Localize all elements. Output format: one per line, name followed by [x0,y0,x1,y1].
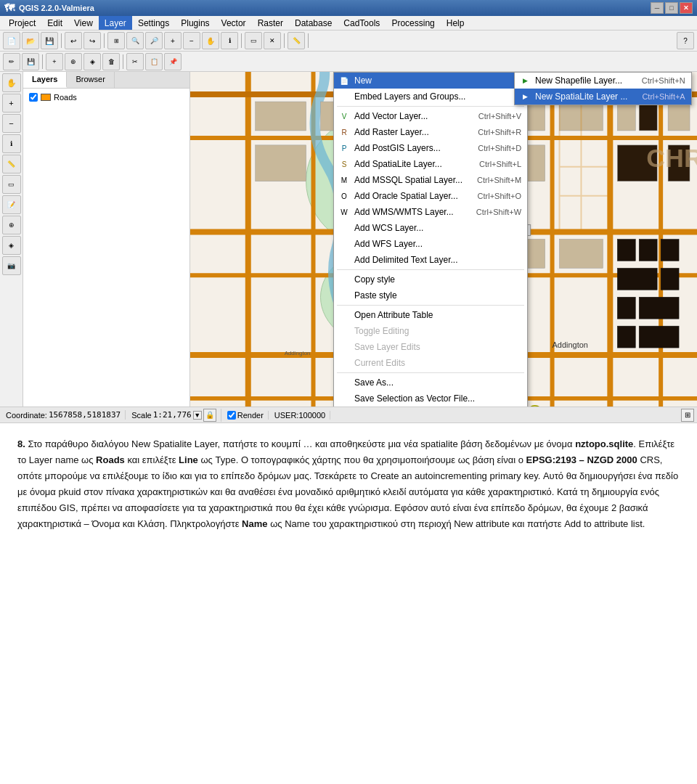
browser-tab[interactable]: Browser [67,72,114,88]
menu-entry-open-attr[interactable]: Open Attribute Table [334,307,527,323]
copy-features-btn[interactable]: 📋 [145,53,163,70]
maximize-button[interactable]: □ [665,2,678,14]
sep-3 [337,305,524,306]
move-feature-btn[interactable]: ⊕ [65,53,82,70]
render-checkbox[interactable] [227,411,236,420]
svg-rect-33 [617,102,635,131]
identify-tool[interactable]: ℹ [2,134,21,153]
menu-entry-new-spatialite[interactable]: ▶ New SpatiaLite Layer ... Ctrl+Shift+A [515,89,691,105]
layers-panel: Layers Browser Roads [23,72,190,407]
menu-entry-copy-style[interactable]: Copy style [334,271,527,287]
new-spatialite-icon: ▶ [519,91,531,102]
zoom-full-status-btn[interactable]: ⊞ [681,409,694,422]
menu-entry-add-wms[interactable]: W Add WMS/WMTS Layer... Ctrl+Shift+W [334,204,527,220]
menu-entry-paste-style[interactable]: Paste style [334,287,527,303]
map-area[interactable]: North Hagley Park Albert Lake South Hagl… [190,72,697,407]
annotate-tool[interactable]: 📝 [2,195,21,214]
menu-plugins[interactable]: Plugins [175,16,215,30]
layers-list: Roads [23,89,189,407]
layers-tab[interactable]: Layers [23,72,67,88]
zoom-out-tool[interactable]: − [2,114,21,133]
scale-dropdown[interactable]: ▼ [193,411,202,420]
sep3 [241,33,242,48]
menu-entry-save-as[interactable]: Save As... [334,375,527,391]
toggle-edit-btn[interactable]: ✏ [3,53,20,70]
scale-value: 1:21,776 [153,410,192,420]
menu-cadtools[interactable]: CadTools [338,16,386,30]
move-tool[interactable]: ⊕ [2,216,21,234]
menu-raster[interactable]: Raster [252,16,289,30]
menu-entry-add-vector[interactable]: V Add Vector Layer... Ctrl+Shift+V [334,108,527,124]
menu-entry-add-oracle[interactable]: O Add Oracle Spatial Layer... Ctrl+Shift… [334,188,527,204]
zoom-out-btn[interactable]: − [183,32,200,49]
delete-sel-btn[interactable]: 🗑 [102,53,120,70]
paste-features-btn[interactable]: 📌 [164,53,182,70]
open-btn[interactable]: 📂 [22,32,39,49]
menu-entry-add-wcs[interactable]: Add WCS Layer... [334,220,527,236]
layer-checkbox[interactable] [29,93,38,102]
measure-tool[interactable]: 📏 [2,155,21,173]
panel-tabs: Layers Browser [23,72,189,89]
menu-entry-save-selection[interactable]: Save Selection as Vector File... [334,391,527,407]
save-btn[interactable]: 💾 [41,32,58,49]
menu-entry-save-edits[interactable]: Save Layer Edits [334,339,527,355]
menu-entry-embed[interactable]: Embed Layers and Groups... [334,89,527,105]
dropdown-overlay: 📄 New ▶ Embed Layers and Groups... V Add… [333,72,528,407]
left-panel: ✋ + − ℹ 📏 ▭ 📝 ⊕ ◈ 📷 [0,72,23,407]
svg-rect-67 [617,326,635,348]
list-item[interactable]: Roads [26,91,187,103]
menu-entry-add-spatialite[interactable]: S Add SpatiaLite Layer... Ctrl+Shift+L [334,156,527,172]
layer-name-label: Roads [54,93,77,102]
svg-rect-66 [639,297,679,319]
menu-entry-add-raster[interactable]: R Add Raster Layer... Ctrl+Shift+R [334,124,527,140]
menu-entry-add-postgis[interactable]: P Add PostGIS Layers... Ctrl+Shift+D [334,140,527,156]
node-tool2[interactable]: ◈ [2,236,21,255]
redo-btn[interactable]: ↪ [83,32,101,49]
save-edit-btn[interactable]: 💾 [22,53,39,70]
close-button[interactable]: ✕ [680,2,693,14]
paragraph-text: Στο παράθυρο διαλόγου New Spatialite Lay… [17,438,678,529]
menu-database[interactable]: Database [289,16,338,30]
menu-processing[interactable]: Processing [386,16,440,30]
menu-project[interactable]: Project [3,16,41,30]
select-rect-tool[interactable]: ▭ [2,175,21,194]
menu-help[interactable]: Help [441,16,470,30]
menu-vector[interactable]: Vector [216,16,252,30]
menu-entry-current-edits[interactable]: Current Edits [334,355,527,371]
menu-entry-toggle-editing[interactable]: Toggle Editing [334,323,527,339]
menu-view[interactable]: View [68,16,99,30]
menu-entry-add-wfs[interactable]: Add WFS Layer... [334,236,527,252]
new-project-btn[interactable]: 📄 [3,32,20,49]
qgis-window: 🗺 QGIS 2.2.0-Valmiera ─ □ ✕ Project Edit… [0,0,697,784]
node-tool-btn[interactable]: ◈ [83,53,101,70]
menu-settings[interactable]: Settings [132,16,175,30]
menu-entry-new-shapefile[interactable]: ▶ New Shapefile Layer... Ctrl+Shift+N [515,73,691,89]
layer-color-swatch [41,94,51,101]
cut-features-btn[interactable]: ✂ [126,53,144,70]
menu-entry-new[interactable]: 📄 New ▶ [334,73,527,89]
zoom-full-btn[interactable]: ⊞ [107,32,125,49]
zoom-layer-btn[interactable]: 🔍 [126,32,144,49]
zoom-in-tool[interactable]: + [2,94,21,113]
zoom-select-btn[interactable]: 🔎 [145,32,163,49]
camera-tool[interactable]: 📷 [2,256,21,275]
menu-layer[interactable]: Layer [99,16,132,30]
svg-rect-60 [617,240,635,261]
menu-entry-add-mssql[interactable]: M Add MSSQL Spatial Layer... Ctrl+Shift+… [334,172,527,188]
help-btn[interactable]: ? [677,32,694,49]
add-spatialite-icon: S [338,158,350,170]
instruction-paragraph: 8. Στο παράθυρο διαλόγου New Spatialite … [17,436,680,533]
identify-btn[interactable]: ℹ [221,32,238,49]
select-btn[interactable]: ▭ [245,32,262,49]
undo-btn[interactable]: ↩ [65,32,82,49]
pan-tool[interactable]: ✋ [2,73,21,92]
minimize-button[interactable]: ─ [651,2,664,14]
zoom-in-btn[interactable]: + [164,32,182,49]
add-feature-btn[interactable]: + [46,53,63,70]
measure-btn[interactable]: 📏 [288,32,305,49]
menu-edit[interactable]: Edit [41,16,68,30]
lock-scale-btn[interactable]: 🔒 [203,409,216,422]
deselect-btn[interactable]: ✕ [264,32,281,49]
pan-btn[interactable]: ✋ [202,32,219,49]
menu-entry-add-delimited[interactable]: Add Delimited Text Layer... [334,252,527,268]
